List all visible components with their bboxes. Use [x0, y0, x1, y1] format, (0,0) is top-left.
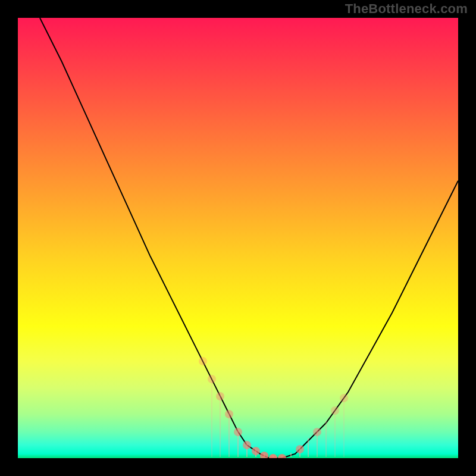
- tick-mark: [211, 381, 212, 457]
- curve-marker: [331, 406, 339, 415]
- curve-marker: [225, 410, 233, 418]
- tick-mark: [290, 453, 292, 457]
- curve-marker: [340, 394, 348, 402]
- chart-frame: TheBottleneck.com: [0, 0, 476, 476]
- curve-marker: [313, 428, 321, 436]
- tick-mark: [334, 408, 336, 457]
- tick-mark: [343, 396, 345, 457]
- curve-marker: [208, 375, 216, 383]
- curve-marker: [216, 392, 224, 400]
- curve-marker: [199, 357, 207, 365]
- tick-mark: [228, 412, 230, 457]
- watermark-text: TheBottleneck.com: [345, 1, 468, 17]
- tick-mark: [308, 438, 309, 457]
- curve-marker: [278, 454, 286, 458]
- tick-mark: [325, 421, 327, 457]
- curve-marker: [243, 441, 251, 449]
- curve-marker: [296, 445, 304, 453]
- curve-marker: [269, 454, 277, 458]
- curve-marker: [252, 447, 260, 455]
- tick-layer: [18, 18, 458, 458]
- curve-marker: [260, 452, 268, 458]
- plot-area: [18, 18, 458, 458]
- tick-mark: [220, 394, 221, 457]
- curve-marker: [234, 428, 242, 436]
